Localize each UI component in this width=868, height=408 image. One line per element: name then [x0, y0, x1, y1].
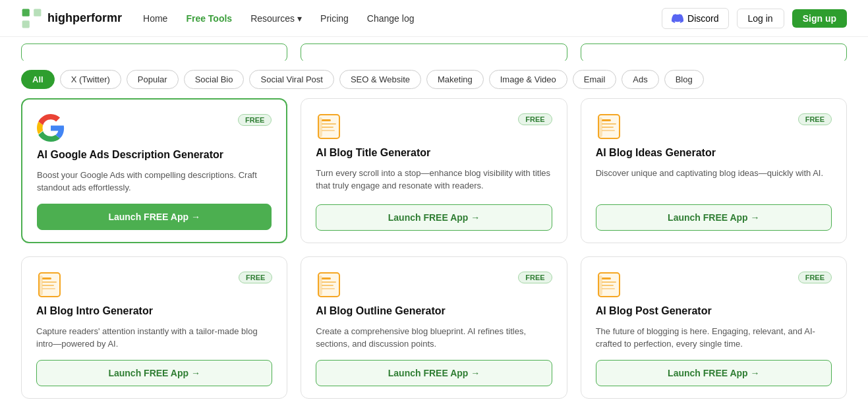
filter-tab-email[interactable]: Email — [573, 70, 617, 89]
launch-btn-blog-outline[interactable]: Launch FREE App → — [316, 360, 552, 386]
svg-rect-0 — [22, 9, 30, 16]
svg-rect-22 — [322, 277, 331, 279]
svg-rect-19 — [42, 288, 55, 289]
svg-rect-11 — [602, 123, 616, 125]
cards-section: FREE AI Google Ads Description Generator… — [0, 98, 868, 408]
card-desc-blog-ideas: Discover unique and captivating blog ide… — [596, 167, 832, 195]
card-google-ads: FREE AI Google Ads Description Generator… — [21, 98, 287, 243]
svg-rect-2 — [34, 9, 41, 16]
card-header-blog-post: FREE — [596, 272, 832, 298]
svg-rect-1 — [22, 20, 30, 28]
doc-icon-blog-ideas — [596, 113, 622, 140]
card-title-blog-title: AI Blog Title Generator — [316, 146, 552, 160]
signup-button[interactable]: Sign up — [792, 9, 847, 28]
card-blog-intro: FREE AI Blog Intro Generator Capture rea… — [21, 256, 287, 399]
filter-bar: All X (Twitter) Popular Social Bio Socia… — [0, 61, 868, 98]
svg-rect-20 — [39, 276, 43, 295]
free-badge-blog-post: FREE — [798, 272, 832, 283]
chevron-down-icon: ▾ — [297, 13, 302, 24]
svg-rect-28 — [602, 277, 611, 279]
filter-tab-all[interactable]: All — [21, 70, 55, 89]
card-desc-blog-outline: Create a comprehensive blog blueprint. A… — [316, 325, 552, 351]
scroll-hint-bar — [0, 37, 868, 61]
card-title-blog-post: AI Blog Post Generator — [596, 305, 832, 318]
svg-rect-18 — [42, 285, 54, 286]
svg-rect-12 — [602, 127, 614, 128]
svg-rect-23 — [322, 281, 336, 283]
doc-icon-blog-outline — [316, 272, 342, 298]
card-desc-blog-intro: Capture readers' attention instantly wit… — [36, 325, 272, 351]
svg-rect-5 — [322, 123, 336, 125]
filter-tab-social-viral-post[interactable]: Social Viral Post — [249, 70, 333, 89]
svg-rect-8 — [318, 117, 322, 137]
svg-rect-16 — [42, 277, 51, 279]
card-header-google-ads: FREE — [37, 114, 272, 142]
svg-rect-31 — [602, 288, 615, 289]
filter-tab-social-bio[interactable]: Social Bio — [184, 70, 245, 89]
google-icon — [37, 114, 65, 142]
doc-icon-blog-intro — [36, 272, 63, 298]
nav-home[interactable]: Home — [143, 13, 167, 24]
free-badge-google-ads: FREE — [238, 114, 272, 126]
svg-rect-10 — [602, 119, 611, 121]
doc-icon-blog-title — [316, 113, 342, 140]
svg-rect-17 — [42, 281, 57, 283]
card-header-blog-title: FREE — [316, 113, 552, 140]
launch-btn-blog-intro[interactable]: Launch FREE App → — [36, 360, 272, 386]
card-header-blog-outline: FREE — [316, 272, 552, 298]
free-badge-blog-ideas: FREE — [798, 113, 832, 125]
card-desc-blog-post: The future of blogging is here. Engaging… — [596, 325, 832, 351]
free-badge-blog-intro: FREE — [239, 272, 272, 283]
filter-tab-blog[interactable]: Blog — [664, 70, 704, 89]
filter-tab-ads[interactable]: Ads — [622, 70, 658, 89]
filter-tab-popular[interactable]: Popular — [127, 70, 179, 89]
svg-rect-6 — [322, 127, 333, 128]
filter-tab-maketing[interactable]: Maketing — [426, 70, 484, 89]
card-title-google-ads: AI Google Ads Description Generator — [37, 148, 272, 162]
svg-rect-13 — [602, 130, 615, 131]
card-title-blog-outline: AI Blog Outline Generator — [316, 305, 552, 318]
launch-btn-google-ads[interactable]: Launch FREE App → — [37, 204, 272, 230]
card-header-blog-ideas: FREE — [596, 113, 832, 140]
svg-rect-25 — [322, 288, 335, 289]
card-blog-outline: FREE AI Blog Outline Generator Create a … — [301, 256, 567, 399]
logo-text: highperformr — [47, 11, 122, 25]
svg-rect-32 — [598, 276, 602, 295]
login-button[interactable]: Log in — [737, 9, 784, 28]
card-title-blog-ideas: AI Blog Ideas Generator — [596, 146, 832, 160]
nav-pricing[interactable]: Pricing — [320, 13, 349, 24]
svg-rect-4 — [322, 119, 331, 121]
discord-icon — [672, 13, 683, 24]
cards-row-1: FREE AI Google Ads Description Generator… — [21, 98, 847, 243]
svg-rect-24 — [322, 285, 333, 286]
card-title-blog-intro: AI Blog Intro Generator — [36, 305, 272, 318]
filter-tab-seo-website[interactable]: SEO & Website — [339, 70, 421, 89]
logo[interactable]: highperformr — [21, 8, 122, 29]
svg-rect-7 — [322, 130, 335, 131]
svg-rect-29 — [602, 281, 616, 283]
launch-btn-blog-ideas[interactable]: Launch FREE App → — [596, 204, 832, 231]
filter-tab-x-twitter[interactable]: X (Twitter) — [60, 70, 121, 89]
card-desc-blog-title: Turn every scroll into a stop—enhance bl… — [316, 167, 552, 195]
navbar-right: Discord Log in Sign up — [662, 8, 847, 29]
card-blog-ideas: FREE AI Blog Ideas Generator Discover un… — [581, 98, 847, 243]
launch-btn-blog-post[interactable]: Launch FREE App → — [596, 360, 832, 386]
discord-label: Discord — [687, 13, 718, 24]
navbar-left: highperformr Home Free Tools Resources ▾… — [21, 8, 414, 29]
filter-tab-image-video[interactable]: Image & Video — [489, 70, 567, 89]
navbar: highperformr Home Free Tools Resources ▾… — [0, 0, 868, 37]
discord-button[interactable]: Discord — [662, 8, 728, 29]
nav-free-tools[interactable]: Free Tools — [186, 13, 232, 24]
cards-row-2: FREE AI Blog Intro Generator Capture rea… — [21, 256, 847, 399]
svg-rect-14 — [598, 117, 602, 137]
card-blog-title: FREE AI Blog Title Generator Turn every … — [301, 98, 567, 243]
card-blog-post: FREE AI Blog Post Generator The future o… — [581, 256, 847, 399]
nav-links: Home Free Tools Resources ▾ Pricing Chan… — [143, 13, 414, 24]
free-badge-blog-outline: FREE — [518, 272, 552, 283]
logo-icon — [21, 8, 42, 29]
launch-btn-blog-title[interactable]: Launch FREE App → — [316, 204, 552, 231]
nav-changelog[interactable]: Change log — [367, 13, 415, 24]
nav-resources[interactable]: Resources ▾ — [250, 13, 302, 24]
free-badge-blog-title: FREE — [518, 113, 552, 125]
doc-icon-blog-post — [596, 272, 622, 298]
